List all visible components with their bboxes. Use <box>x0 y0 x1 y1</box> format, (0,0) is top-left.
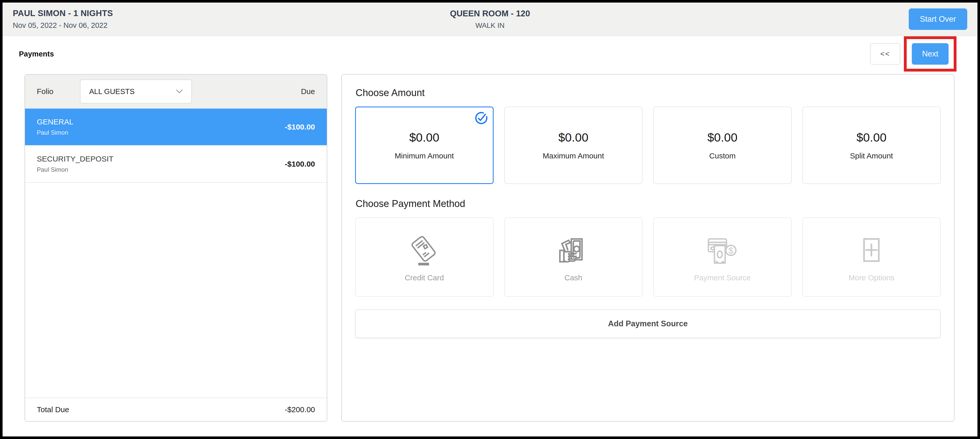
folio-guest: Paul Simon <box>37 129 73 136</box>
method-label: Cash <box>564 274 582 282</box>
svg-text:$: $ <box>729 246 733 255</box>
booking-type: WALK IN <box>450 21 530 30</box>
amount-options: $0.00 Minimum Amount $0.00 Maximum Amoun… <box>355 107 941 184</box>
method-label: Credit Card <box>405 274 444 282</box>
folio-guest: Paul Simon <box>37 166 113 173</box>
more-options-icon <box>855 232 888 268</box>
amount-option-maximum[interactable]: $0.00 Maximum Amount <box>504 107 643 184</box>
next-button[interactable]: Next <box>912 43 948 65</box>
payment-method-options: Credit Card <box>355 218 941 297</box>
method-payment-source[interactable]: $ Payment Source <box>653 218 792 297</box>
payments-screen: PAUL SIMON - 1 NIGHTS Nov 05, 2022 - Nov… <box>0 0 980 439</box>
guest-name-title: PAUL SIMON - 1 NIGHTS <box>13 8 113 18</box>
toolbar-actions: << Next <box>870 36 956 72</box>
amount-option-custom[interactable]: $0.00 Custom <box>653 107 792 184</box>
payment-source-icon: $ <box>706 232 738 268</box>
payment-panel: Choose Amount $0.00 Minimum Amount $0.00… <box>341 74 955 422</box>
amount-label: Custom <box>709 151 735 160</box>
folio-row-general[interactable]: GENERAL Paul Simon -$100.00 <box>25 108 327 146</box>
check-circle-icon <box>474 111 488 125</box>
amount-option-minimum[interactable]: $0.00 Minimum Amount <box>355 107 493 184</box>
amount-value: $0.00 <box>707 130 738 145</box>
folio-panel: Folio ALL GUESTS Due GENERAL Paul Simon … <box>24 74 327 422</box>
folio-row-list: GENERAL Paul Simon -$100.00 SECURITY_DEP… <box>25 108 327 398</box>
credit-card-icon <box>408 232 441 268</box>
amount-label: Maximum Amount <box>542 151 604 160</box>
room-summary: QUEEN ROOM - 120 WALK IN <box>450 9 530 30</box>
add-payment-source-button[interactable]: Add Payment Source <box>355 309 941 338</box>
folio-due-amount: -$100.00 <box>285 160 315 169</box>
reservation-header: PAUL SIMON - 1 NIGHTS Nov 05, 2022 - Nov… <box>3 3 977 36</box>
amount-value: $0.00 <box>856 130 886 145</box>
back-button[interactable]: << <box>870 43 900 65</box>
guest-summary: PAUL SIMON - 1 NIGHTS Nov 05, 2022 - Nov… <box>13 8 113 30</box>
method-cash[interactable]: Cash <box>504 218 643 297</box>
method-more-options[interactable]: More Options <box>802 218 941 297</box>
amount-option-split[interactable]: $0.00 Split Amount <box>802 107 941 184</box>
method-label: More Options <box>848 274 894 282</box>
start-over-button[interactable]: Start Over <box>909 8 967 30</box>
choose-amount-title: Choose Amount <box>356 87 941 99</box>
folio-row-security-deposit[interactable]: SECURITY_DEPOSIT Paul Simon -$100.00 <box>25 146 327 183</box>
folio-total-row: Total Due -$200.00 <box>25 398 327 421</box>
guest-filter-value: ALL GUESTS <box>89 87 135 96</box>
chevron-down-icon <box>176 89 183 94</box>
room-title: QUEEN ROOM - 120 <box>450 9 530 18</box>
total-due-value: -$200.00 <box>285 405 315 414</box>
folio-name: SECURITY_DEPOSIT <box>37 154 113 163</box>
method-label: Payment Source <box>694 274 751 282</box>
due-column-label: Due <box>301 87 315 96</box>
folio-due-amount: -$100.00 <box>285 122 315 131</box>
method-credit-card[interactable]: Credit Card <box>355 218 493 297</box>
payments-toolbar: Payments << Next <box>3 36 977 72</box>
total-due-label: Total Due <box>37 405 69 414</box>
main-content: Folio ALL GUESTS Due GENERAL Paul Simon … <box>3 72 977 422</box>
stay-date-range: Nov 05, 2022 - Nov 06, 2022 <box>13 21 113 30</box>
amount-label: Minimum Amount <box>395 151 454 160</box>
amount-value: $0.00 <box>558 130 589 145</box>
folio-panel-header: Folio ALL GUESTS Due <box>25 75 327 108</box>
folio-column-label: Folio <box>37 87 53 96</box>
amount-label: Split Amount <box>850 151 893 160</box>
folio-name: GENERAL <box>37 118 73 126</box>
guest-filter-dropdown[interactable]: ALL GUESTS <box>80 80 192 103</box>
choose-method-title: Choose Payment Method <box>356 198 941 209</box>
page-title: Payments <box>19 50 54 58</box>
next-button-highlight: Next <box>904 36 956 72</box>
amount-value: $0.00 <box>409 130 439 145</box>
cash-icon <box>557 232 589 268</box>
